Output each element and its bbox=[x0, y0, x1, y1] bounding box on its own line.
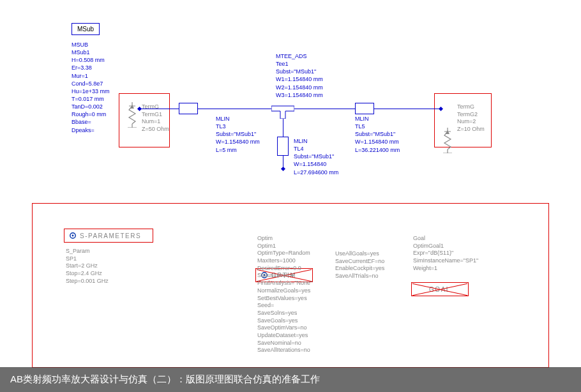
caption-bar: AB类射频功率放大器设计与仿真（二）：版图原理图联合仿真的准备工作 bbox=[0, 367, 581, 392]
sparam-controller[interactable]: S-PARAMETERS bbox=[64, 229, 153, 243]
mlin-tl5-symbol[interactable] bbox=[355, 103, 374, 114]
svg-point-1 bbox=[72, 235, 74, 237]
mlin-tl4-params: MLINTL4Subst="MSub1" W=1.154840L=27.6946… bbox=[294, 137, 338, 176]
mtee-symbol[interactable] bbox=[271, 101, 294, 119]
msub-box[interactable]: MSub bbox=[72, 23, 100, 35]
mtee-params: MTEE_ADSTee1Subst="MSub1" W1=1.154840 mm… bbox=[276, 52, 323, 99]
sparam-params: S_ParamSP1Start=2 GHz Stop=2.4 GHzStep=0… bbox=[66, 248, 109, 285]
optim-params-col1: OptimOptim1OptimType=Random MaxIters=100… bbox=[257, 235, 312, 354]
termg2-symbol[interactable] bbox=[441, 128, 455, 153]
gear-icon bbox=[68, 231, 77, 240]
mlin-tl4-symbol[interactable] bbox=[277, 137, 289, 156]
msub-params: MSUBMSub1H=0.508 mm Er=3.38Mur=1Cond=5.8… bbox=[72, 41, 110, 134]
goal-controller[interactable]: GOAL bbox=[411, 282, 469, 296]
caption-text: AB类射频功率放大器设计与仿真（二）：版图原理图联合仿真的准备工作 bbox=[10, 373, 320, 384]
termg1-symbol[interactable] bbox=[125, 102, 139, 128]
optim-params-col2: UseAllGoals=yesSaveCurrentEF=noEnableCoc… bbox=[335, 250, 384, 280]
termg1-params: TermGTermG1Num=1Z=50 Ohm bbox=[142, 103, 169, 133]
mlin-tl5-params: MLINTL5Subst="MSub1" W=1.154840 mmL=36.2… bbox=[355, 115, 400, 154]
mlin-tl3-symbol[interactable] bbox=[179, 103, 198, 114]
mlin-tl3-params: MLINTL3Subst="MSub1" W=1.154840 mmL=5 mm bbox=[216, 115, 260, 154]
msub-label: MSub bbox=[77, 26, 94, 33]
goal-label: GOAL bbox=[429, 286, 451, 293]
goal-params: GoalOptimGoal1Expr="dB(S11)" SimInstance… bbox=[413, 235, 478, 272]
sparam-label: S-PARAMETERS bbox=[80, 232, 141, 239]
termg2-params: TermGTermG2Num=2Z=10 Ohm bbox=[457, 103, 485, 133]
